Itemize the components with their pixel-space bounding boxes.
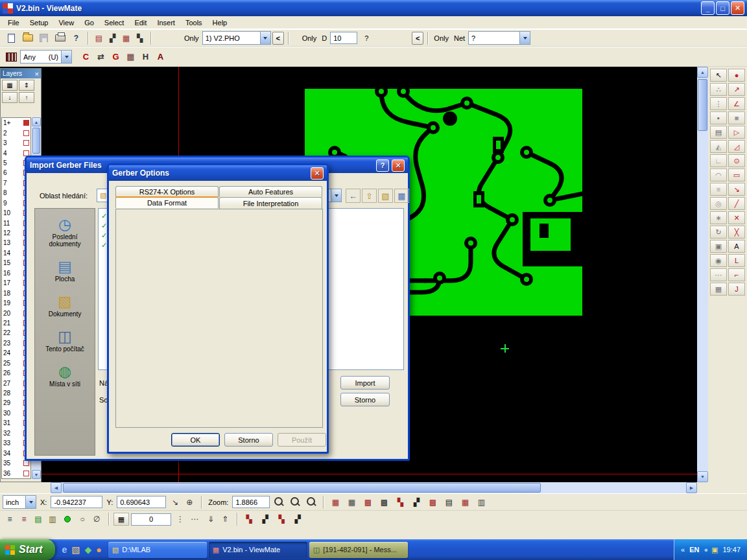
menu-item[interactable]: Help [208,18,233,28]
menu-item[interactable]: Insert [152,18,180,28]
layer-up-button[interactable]: ↑ [19,92,34,103]
measure-tool-icon[interactable]: ↘ [168,496,182,509]
j-shape-icon[interactable]: J [728,283,745,296]
close-icon[interactable]: × [35,71,39,77]
cancel-button[interactable]: Storno [224,433,273,447]
text-tool-icon[interactable]: A [728,240,745,253]
mirror-tool-icon[interactable]: ◭ [710,140,727,153]
layer-swap-button[interactable]: ⇕ [19,80,34,91]
layer-down-button[interactable]: ↓ [2,92,18,103]
pattern-icon[interactable]: ▚ [242,513,256,526]
place-item[interactable]: ◍ Místa v síti [36,364,94,388]
close-button[interactable]: ✕ [731,1,744,15]
layer-color-swatch[interactable] [23,460,29,466]
explorer-icon[interactable]: ▧ [71,544,80,555]
zoom-field[interactable]: 1.8866 [232,496,270,508]
chevron-down-icon[interactable] [519,32,530,44]
net-combo[interactable]: ? [468,31,530,45]
restore-button[interactable]: □ [716,1,729,15]
zoom-in-icon[interactable] [272,496,286,509]
menu-item[interactable]: Edit [129,18,152,28]
menu-item[interactable]: Go [79,18,99,28]
minimize-button[interactable]: _ [701,1,715,15]
grid-tool-icon[interactable]: ▦ [710,283,727,296]
views-icon[interactable]: ▦ [394,189,409,203]
language-indicator[interactable]: EN [689,546,699,554]
layer-color-swatch[interactable] [23,120,29,126]
up-level-icon[interactable]: ⇧ [362,189,377,203]
new-folder-icon[interactable]: ▧ [378,189,393,203]
select-circle-icon[interactable]: ○ [75,513,89,526]
layer-color-swatch[interactable] [23,130,29,136]
snap-origin-icon[interactable]: ⊕ [182,496,196,509]
place-item[interactable]: ◫ Tento počítač [36,329,94,353]
pad-tool-icon[interactable]: ● [728,69,745,82]
scroll-down-icon[interactable]: ▼ [697,471,708,482]
layer-color-swatch[interactable] [23,140,29,146]
pattern-icon[interactable]: ▞ [258,513,272,526]
selection-count-field[interactable]: 0 [131,513,171,526]
pattern-icon[interactable]: ▤ [442,496,456,509]
pattern-icon[interactable]: ▩ [377,496,391,509]
grid-dark-icon[interactable]: ▦ [344,496,359,509]
star-tool-icon[interactable]: ∗ [710,211,727,224]
point-list-icon[interactable]: ⋮ [710,97,727,110]
slash-tool-icon[interactable]: ╱ [728,197,745,210]
scroll-down-icon[interactable]: ▼ [32,470,41,479]
grid-aperture-icon[interactable]: ▦ [123,50,138,64]
menu-item[interactable]: Tools [180,18,208,28]
prev-layer-button[interactable]: < [272,32,284,45]
null-select-icon[interactable]: ∅ [89,513,104,526]
cross-tool-icon[interactable]: ╳ [728,226,745,239]
ie-icon[interactable]: e [62,544,67,555]
horizontal-scrollbar[interactable]: ◀ ▶ [51,482,697,493]
units-combo[interactable]: inch [3,495,36,509]
layer-list-icon[interactable]: ≡ [3,513,17,526]
shape-filter-combo[interactable]: Any (U) [20,50,72,64]
help-button[interactable]: ? [69,31,84,45]
h-aperture-icon[interactable]: H [138,50,153,64]
chevron-down-icon[interactable] [25,496,36,508]
a-aperture-icon[interactable]: A [153,50,168,64]
pattern-icon[interactable]: ▥ [474,496,488,509]
drop-down-icon[interactable]: ⇓ [204,513,218,526]
new-file-button[interactable] [4,31,19,45]
scroll-right-icon[interactable]: ▶ [686,482,697,493]
app-green-icon[interactable]: ◆ [84,544,91,555]
route-tool-icon[interactable]: ↘ [728,183,745,196]
layer-row[interactable]: 3 [2,138,30,148]
triangle-tool-icon[interactable]: ◿ [728,140,745,153]
grid-red-icon[interactable]: ▦ [328,496,342,509]
tab[interactable]: RS274-X Options [115,186,219,197]
only-dcode-label[interactable]: Only [300,34,319,42]
import-button[interactable]: Import [340,376,390,390]
via-tool-icon[interactable]: ◉ [710,254,727,267]
line-tool-icon[interactable]: ↗ [728,83,745,96]
board-view-icon[interactable]: ▚ [133,32,147,45]
grid-toggle-button[interactable]: ▦ [113,513,129,526]
report-icon[interactable]: ▤ [31,513,45,526]
c-aperture-icon[interactable]: C [78,50,93,64]
y-coordinate-field[interactable]: 0.690643 [117,496,166,508]
dialog-title-bar[interactable]: Gerber Options ✕ [109,165,327,181]
layer-color-swatch[interactable] [23,471,29,476]
layer-row[interactable]: 1+ [2,118,30,128]
prev-dcode-button[interactable]: < [412,32,423,45]
taskbar-task-explorer[interactable]: ▧ D:\MLAB [108,542,207,558]
layer-filter-combo[interactable]: 1) V2.PHO [202,31,271,45]
layer-grid-button[interactable]: ▦ [2,80,18,91]
hatch-fill-icon[interactable]: ▤ [710,126,727,139]
dialog-close-button[interactable]: ✕ [311,167,324,180]
layers-panel-title-bar[interactable]: Layers × [1,69,41,78]
layers-stack-icon[interactable]: ≡ [710,183,727,196]
place-item[interactable]: ◷ Poslední dokumenty [36,216,94,248]
g-aperture-icon[interactable]: G [108,50,123,64]
copy-tool-icon[interactable]: ▣ [710,240,727,253]
ok-button[interactable]: OK [171,433,220,447]
dot-grid-icon[interactable]: ⋮ [173,513,187,526]
start-button[interactable]: Start [0,539,55,560]
print-button[interactable] [53,31,67,45]
layer-list-icon[interactable]: ≡ [17,513,31,526]
scroll-up-icon[interactable]: ▲ [32,117,41,126]
horizontal-scroll-thumb[interactable] [63,483,541,493]
